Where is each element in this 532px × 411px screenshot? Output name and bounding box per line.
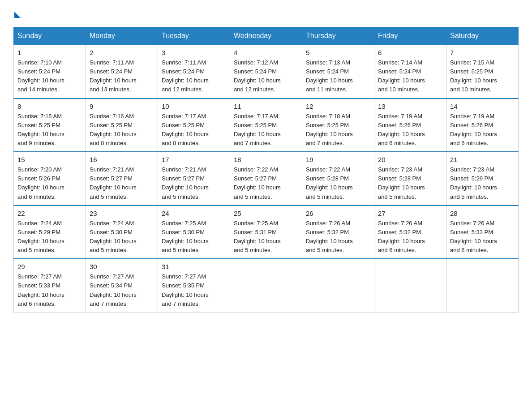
day-info: Sunrise: 7:16 AMSunset: 5:25 PMDaylight:… <box>90 113 137 146</box>
calendar-cell: 28 Sunrise: 7:26 AMSunset: 5:33 PMDaylig… <box>446 206 519 259</box>
week-row-3: 15 Sunrise: 7:20 AMSunset: 5:26 PMDaylig… <box>14 152 519 206</box>
logo <box>13 9 21 18</box>
column-header-wednesday: Wednesday <box>230 27 302 45</box>
day-info: Sunrise: 7:20 AMSunset: 5:26 PMDaylight:… <box>17 166 64 200</box>
day-info: Sunrise: 7:17 AMSunset: 5:25 PMDaylight:… <box>234 113 281 146</box>
calendar-cell: 4 Sunrise: 7:12 AMSunset: 5:24 PMDayligh… <box>230 45 302 98</box>
calendar-cell: 17 Sunrise: 7:21 AMSunset: 5:27 PMDaylig… <box>158 152 230 206</box>
calendar-cell: 6 Sunrise: 7:14 AMSunset: 5:24 PMDayligh… <box>374 45 446 98</box>
day-number: 22 <box>17 210 82 217</box>
calendar-cell <box>374 259 446 312</box>
column-header-tuesday: Tuesday <box>158 27 230 45</box>
day-number: 3 <box>162 49 226 56</box>
calendar-cell: 8 Sunrise: 7:15 AMSunset: 5:25 PMDayligh… <box>14 98 86 152</box>
calendar-cell: 12 Sunrise: 7:18 AMSunset: 5:25 PMDaylig… <box>302 98 374 152</box>
calendar-cell: 10 Sunrise: 7:17 AMSunset: 5:25 PMDaylig… <box>158 98 230 152</box>
day-number: 12 <box>306 103 370 110</box>
day-info: Sunrise: 7:15 AMSunset: 5:25 PMDaylight:… <box>450 59 497 93</box>
calendar-cell: 20 Sunrise: 7:23 AMSunset: 5:28 PMDaylig… <box>374 152 446 206</box>
day-number: 4 <box>234 49 298 56</box>
day-number: 24 <box>162 210 226 217</box>
calendar-cell: 26 Sunrise: 7:26 AMSunset: 5:32 PMDaylig… <box>302 206 374 259</box>
day-number: 1 <box>17 49 82 56</box>
calendar-cell: 30 Sunrise: 7:27 AMSunset: 5:34 PMDaylig… <box>86 259 158 312</box>
day-number: 29 <box>17 263 82 270</box>
page-header <box>13 9 519 18</box>
day-info: Sunrise: 7:15 AMSunset: 5:25 PMDaylight:… <box>17 113 64 146</box>
day-info: Sunrise: 7:21 AMSunset: 5:27 PMDaylight:… <box>162 166 209 200</box>
column-header-sunday: Sunday <box>14 27 86 45</box>
day-number: 31 <box>162 263 226 270</box>
week-row-4: 22 Sunrise: 7:24 AMSunset: 5:29 PMDaylig… <box>14 206 519 259</box>
week-row-1: 1 Sunrise: 7:10 AMSunset: 5:24 PMDayligh… <box>14 45 519 98</box>
day-info: Sunrise: 7:24 AMSunset: 5:29 PMDaylight:… <box>17 220 64 253</box>
day-number: 8 <box>17 103 82 110</box>
day-info: Sunrise: 7:12 AMSunset: 5:24 PMDaylight:… <box>234 59 281 93</box>
calendar-cell <box>230 259 302 312</box>
calendar-cell <box>302 259 374 312</box>
day-info: Sunrise: 7:25 AMSunset: 5:30 PMDaylight:… <box>162 220 209 253</box>
calendar-cell: 16 Sunrise: 7:21 AMSunset: 5:27 PMDaylig… <box>86 152 158 206</box>
column-header-friday: Friday <box>374 27 446 45</box>
calendar-cell: 11 Sunrise: 7:17 AMSunset: 5:25 PMDaylig… <box>230 98 302 152</box>
day-number: 9 <box>90 103 154 110</box>
week-row-5: 29 Sunrise: 7:27 AMSunset: 5:33 PMDaylig… <box>14 259 519 312</box>
day-number: 20 <box>378 156 442 163</box>
logo-arrow-icon <box>14 12 21 18</box>
calendar-cell: 2 Sunrise: 7:11 AMSunset: 5:24 PMDayligh… <box>86 45 158 98</box>
column-header-thursday: Thursday <box>302 27 374 45</box>
day-info: Sunrise: 7:26 AMSunset: 5:33 PMDaylight:… <box>450 220 497 253</box>
day-number: 11 <box>234 103 298 110</box>
calendar-cell: 31 Sunrise: 7:27 AMSunset: 5:35 PMDaylig… <box>158 259 230 312</box>
day-info: Sunrise: 7:27 AMSunset: 5:34 PMDaylight:… <box>90 273 137 307</box>
day-info: Sunrise: 7:24 AMSunset: 5:30 PMDaylight:… <box>90 220 137 253</box>
calendar-table: SundayMondayTuesdayWednesdayThursdayFrid… <box>13 27 519 313</box>
day-number: 2 <box>90 49 154 56</box>
day-number: 7 <box>450 49 515 56</box>
calendar-cell: 23 Sunrise: 7:24 AMSunset: 5:30 PMDaylig… <box>86 206 158 259</box>
calendar-cell: 25 Sunrise: 7:25 AMSunset: 5:31 PMDaylig… <box>230 206 302 259</box>
day-number: 14 <box>450 103 515 110</box>
day-info: Sunrise: 7:23 AMSunset: 5:28 PMDaylight:… <box>378 166 425 200</box>
day-info: Sunrise: 7:17 AMSunset: 5:25 PMDaylight:… <box>162 113 209 146</box>
day-number: 25 <box>234 210 298 217</box>
calendar-cell: 19 Sunrise: 7:22 AMSunset: 5:28 PMDaylig… <box>302 152 374 206</box>
day-info: Sunrise: 7:27 AMSunset: 5:35 PMDaylight:… <box>162 273 209 307</box>
calendar-cell: 9 Sunrise: 7:16 AMSunset: 5:25 PMDayligh… <box>86 98 158 152</box>
calendar-cell: 3 Sunrise: 7:11 AMSunset: 5:24 PMDayligh… <box>158 45 230 98</box>
column-header-saturday: Saturday <box>446 27 519 45</box>
day-info: Sunrise: 7:11 AMSunset: 5:24 PMDaylight:… <box>162 59 209 93</box>
day-number: 26 <box>306 210 370 217</box>
calendar-cell: 7 Sunrise: 7:15 AMSunset: 5:25 PMDayligh… <box>446 45 519 98</box>
day-number: 27 <box>378 210 442 217</box>
day-info: Sunrise: 7:25 AMSunset: 5:31 PMDaylight:… <box>234 220 281 253</box>
day-info: Sunrise: 7:27 AMSunset: 5:33 PMDaylight:… <box>17 273 64 307</box>
day-info: Sunrise: 7:18 AMSunset: 5:25 PMDaylight:… <box>306 113 353 146</box>
day-number: 15 <box>17 156 82 163</box>
day-number: 17 <box>162 156 226 163</box>
day-info: Sunrise: 7:14 AMSunset: 5:24 PMDaylight:… <box>378 59 425 93</box>
day-number: 13 <box>378 103 442 110</box>
day-info: Sunrise: 7:11 AMSunset: 5:24 PMDaylight:… <box>90 59 137 93</box>
calendar-cell: 13 Sunrise: 7:19 AMSunset: 5:26 PMDaylig… <box>374 98 446 152</box>
day-info: Sunrise: 7:22 AMSunset: 5:27 PMDaylight:… <box>234 166 281 200</box>
calendar-cell <box>446 259 519 312</box>
day-number: 6 <box>378 49 442 56</box>
column-header-monday: Monday <box>86 27 158 45</box>
day-number: 30 <box>90 263 154 270</box>
day-number: 21 <box>450 156 515 163</box>
day-number: 16 <box>90 156 154 163</box>
calendar-cell: 1 Sunrise: 7:10 AMSunset: 5:24 PMDayligh… <box>14 45 86 98</box>
day-number: 18 <box>234 156 298 163</box>
calendar-cell: 18 Sunrise: 7:22 AMSunset: 5:27 PMDaylig… <box>230 152 302 206</box>
day-number: 5 <box>306 49 370 56</box>
calendar-cell: 14 Sunrise: 7:19 AMSunset: 5:26 PMDaylig… <box>446 98 519 152</box>
calendar-cell: 27 Sunrise: 7:26 AMSunset: 5:32 PMDaylig… <box>374 206 446 259</box>
day-number: 23 <box>90 210 154 217</box>
calendar-cell: 21 Sunrise: 7:23 AMSunset: 5:29 PMDaylig… <box>446 152 519 206</box>
day-number: 28 <box>450 210 515 217</box>
calendar-cell: 29 Sunrise: 7:27 AMSunset: 5:33 PMDaylig… <box>14 259 86 312</box>
calendar-cell: 5 Sunrise: 7:13 AMSunset: 5:24 PMDayligh… <box>302 45 374 98</box>
day-info: Sunrise: 7:10 AMSunset: 5:24 PMDaylight:… <box>17 59 64 93</box>
day-info: Sunrise: 7:13 AMSunset: 5:24 PMDaylight:… <box>306 59 353 93</box>
